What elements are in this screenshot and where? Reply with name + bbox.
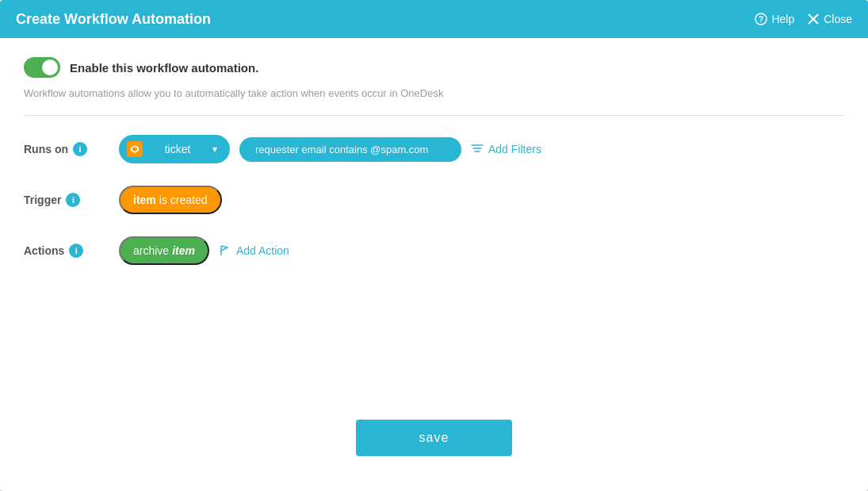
item-type-label: ticket: [147, 143, 208, 155]
actions-row: Actions i archive item Add Action: [24, 236, 844, 265]
trigger-label: Trigger: [24, 194, 61, 206]
ticket-icon: [127, 141, 143, 157]
divider: [24, 115, 844, 116]
close-button[interactable]: Close: [807, 13, 852, 25]
enable-toggle[interactable]: [24, 57, 60, 78]
modal-content: Enable this workflow automation. Workflo…: [0, 38, 868, 491]
modal-container: Create Workflow Automation ? Help Close: [0, 0, 868, 491]
actions-content: archive item Add Action: [119, 236, 844, 265]
filter-icon: [471, 143, 484, 155]
modal-header: Create Workflow Automation ? Help Close: [0, 0, 868, 38]
runs-on-label: Runs on: [24, 143, 68, 155]
header-actions: ? Help Close: [755, 13, 852, 25]
help-button[interactable]: ? Help: [755, 13, 794, 25]
runs-on-label-group: Runs on i: [24, 142, 119, 156]
enable-row: Enable this workflow automation.: [24, 57, 844, 78]
trigger-row: Trigger i item is created: [24, 186, 844, 214]
actions-label-group: Actions i: [24, 244, 119, 258]
toggle-thumb: [42, 59, 58, 75]
svg-text:?: ?: [759, 15, 763, 24]
trigger-label-group: Trigger i: [24, 193, 119, 207]
close-icon: [807, 13, 820, 25]
trigger-content: item is created: [119, 186, 844, 214]
actions-label: Actions: [24, 244, 64, 257]
add-filters-button[interactable]: Add Filters: [471, 143, 541, 155]
workflow-description: Workflow automations allow you to automa…: [24, 87, 844, 99]
action-badge-button[interactable]: archive item: [119, 236, 209, 265]
add-action-button[interactable]: Add Action: [219, 244, 289, 257]
trigger-info-icon[interactable]: i: [66, 193, 80, 207]
save-button[interactable]: save: [356, 420, 513, 456]
action-item: item: [172, 244, 195, 257]
ticket-svg-icon: [130, 144, 140, 154]
trigger-action-text: is created: [159, 194, 208, 206]
runs-on-info-icon[interactable]: i: [73, 142, 87, 156]
flag-icon: [219, 244, 231, 257]
runs-on-row: Runs on i ticket ▾ requ: [24, 135, 844, 163]
filter-value-button[interactable]: requester email contains @spam.com: [239, 137, 461, 162]
enable-label: Enable this workflow automation.: [70, 61, 258, 75]
action-verb: archive: [133, 244, 169, 257]
trigger-badge-button[interactable]: item is created: [119, 186, 222, 214]
footer: save: [24, 404, 844, 472]
trigger-item: item: [133, 194, 156, 206]
chevron-down-icon: ▾: [212, 144, 217, 155]
item-type-dropdown[interactable]: ticket ▾: [119, 135, 230, 163]
help-icon: ?: [755, 13, 767, 25]
actions-info-icon[interactable]: i: [69, 244, 83, 258]
modal-title: Create Workflow Automation: [16, 11, 211, 28]
runs-on-content: ticket ▾ requester email contains @spam.…: [119, 135, 844, 163]
